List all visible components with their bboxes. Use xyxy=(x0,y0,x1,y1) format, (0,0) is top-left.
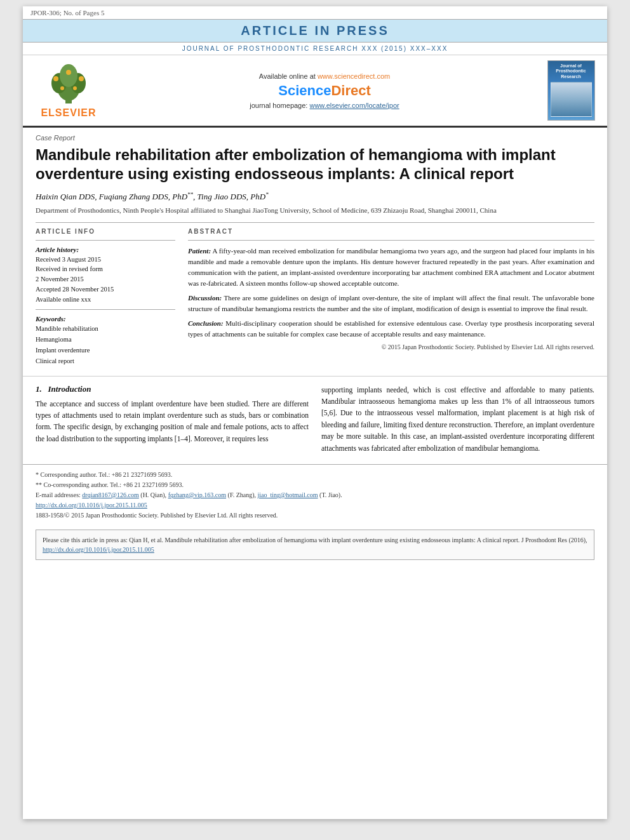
abstract-patient: Patient: A fifty-year-old man received e… xyxy=(188,246,594,289)
body-right-col: supporting implants needed, which is cos… xyxy=(321,384,594,458)
keyword-2: Hemangioma xyxy=(36,335,175,345)
citation-box: Please cite this article in press as: Qi… xyxy=(36,530,594,560)
history-revised-date: 2 November 2015 xyxy=(36,274,175,284)
body-intro-para-right: supporting implants needed, which is cos… xyxy=(321,384,594,454)
center-info: Available online at www.sciencedirect.co… xyxy=(113,60,536,121)
svg-point-9 xyxy=(73,86,77,90)
svg-point-6 xyxy=(79,76,84,81)
body-content: 1. Introduction The acceptance and succe… xyxy=(23,376,607,464)
main-content: Case Report Mandibule rehabilitation aft… xyxy=(23,128,607,373)
email3-name: (T. Jiao). xyxy=(319,491,342,498)
abstract-copyright: © 2015 Japan Prosthodontic Society. Publ… xyxy=(188,343,594,350)
divider-abstract xyxy=(188,240,594,241)
elsevier-brand-text: ELSEVIER xyxy=(41,107,96,119)
svg-point-4 xyxy=(60,64,77,87)
email-label: E-mail addresses: xyxy=(36,491,81,498)
corresponding-footnote: * Corresponding author. Tel.: +86 21 232… xyxy=(36,470,594,480)
history-available-online: Available online xxx xyxy=(36,295,175,305)
email1-name: (H. Qian), xyxy=(140,491,166,498)
citation-text: Qian H, et al. Mandibule rehabilitation … xyxy=(129,537,587,543)
sciencedirect-brand: ScienceDirect xyxy=(278,83,371,99)
article-info-abstract: ARTICLE INFO Article history: Received 3… xyxy=(36,228,594,367)
sd-orange: Direct xyxy=(331,83,370,98)
email-addresses: E-mail addresses: drqian8167@126.com (H.… xyxy=(36,490,594,500)
body-left-col: 1. Introduction The acceptance and succe… xyxy=(36,384,309,458)
abstract-discussion-text: There are some guidelines on design of i… xyxy=(188,294,594,312)
citation-please-label: Please cite this article in press as: xyxy=(43,537,128,543)
email3-link[interactable]: jiao_ting@hotmail.com xyxy=(258,491,318,498)
journal-thumb-title: Journal of Prosthodontic Research xyxy=(551,63,592,79)
abstract-conclusion: Conclusion: Multi-disciplinary cooperati… xyxy=(188,318,594,340)
keyword-3: Implant overdenture xyxy=(36,345,175,356)
article-title: Mandibule rehabilitation after embolizat… xyxy=(36,145,594,183)
history-received: Received 3 August 2015 xyxy=(36,255,175,265)
authors: Haixin Qian DDS, Fuqiang Zhang DDS, PhD*… xyxy=(36,191,594,202)
article-history-label: Article history: xyxy=(36,246,175,253)
article-info-header: ARTICLE INFO xyxy=(36,228,175,235)
top-banner: JPOR-306; No. of Pages 5 xyxy=(23,6,607,20)
abstract-patient-text: A fifty-year-old man received embolizati… xyxy=(188,247,594,287)
keyword-1: Mandible rehabilitation xyxy=(36,324,175,335)
journal-thumbnail: Journal of Prosthodontic Research xyxy=(542,60,600,121)
elsevier-tree-icon xyxy=(40,63,97,106)
svg-point-8 xyxy=(60,86,64,90)
journal-title-line: JOURNAL OF PROSTHODONTIC RESEARCH XXX (2… xyxy=(182,45,448,52)
sd-blue: Science xyxy=(278,83,331,98)
available-online-text: Available online at www.sciencedirect.co… xyxy=(259,72,390,80)
citation-doi-link[interactable]: http://dx.doi.org/10.1016/j.jpor.2015.11… xyxy=(43,546,154,553)
abstract-header: ABSTRACT xyxy=(188,228,594,235)
journal-thumb-box: Journal of Prosthodontic Research xyxy=(547,60,595,121)
divider-info xyxy=(36,240,175,241)
keywords-label: Keywords: xyxy=(36,315,175,323)
history-accepted: Accepted 28 November 2015 xyxy=(36,284,175,295)
journal-ref: JPOR-306; No. of Pages 5 xyxy=(30,9,104,17)
issn-line: 1883-1958/© 2015 Japan Prosthodontic Soc… xyxy=(36,510,594,521)
affiliation: Department of Prosthodontics, Ninth Peop… xyxy=(36,206,594,215)
svg-point-7 xyxy=(66,70,71,75)
section-number: 1. xyxy=(36,384,42,394)
case-report-label: Case Report xyxy=(36,134,594,142)
article-in-press-text: ARTICLE IN PRESS xyxy=(241,23,389,37)
divider-keywords xyxy=(36,309,175,310)
article-info-col: ARTICLE INFO Article history: Received 3… xyxy=(36,228,175,367)
logo-header: ELSEVIER Available online at www.science… xyxy=(23,55,607,128)
journal-homepage: journal homepage: www.elsevier.com/locat… xyxy=(250,102,399,109)
abstract-col: ABSTRACT Patient: A fifty-year-old man r… xyxy=(188,228,594,367)
section-title-text: Introduction xyxy=(48,384,91,394)
abstract-patient-label: Patient: xyxy=(188,247,211,255)
co-corresponding-footnote: ** Co-corresponding author. Tel.: +86 21… xyxy=(36,480,594,490)
keyword-4: Clinical report xyxy=(36,356,175,367)
intro-section-title: 1. Introduction xyxy=(36,384,309,394)
email2-link[interactable]: fqzhang@vip.163.com xyxy=(168,491,226,498)
svg-point-5 xyxy=(53,76,58,81)
sciencedirect-url[interactable]: www.sciencedirect.com xyxy=(318,72,390,80)
doi-line: http://dx.doi.org/10.1016/j.jpor.2015.11… xyxy=(36,500,594,510)
elsevier-logo: ELSEVIER xyxy=(30,60,107,121)
journal-thumb-image xyxy=(551,82,592,117)
email2-name: (F. Zhang), xyxy=(228,491,256,498)
article-in-press-bar: ARTICLE IN PRESS xyxy=(23,20,607,43)
journal-homepage-url[interactable]: www.elsevier.com/locate/jpor xyxy=(309,102,399,109)
abstract-conclusion-text: Multi-disciplinary cooperation should be… xyxy=(188,319,594,338)
email1-link[interactable]: drqian8167@126.com xyxy=(82,491,138,498)
divider-1 xyxy=(36,222,594,223)
history-received-revised: Received in revised form xyxy=(36,264,175,274)
footnotes: * Corresponding author. Tel.: +86 21 232… xyxy=(23,464,607,524)
abstract-conclusion-label: Conclusion: xyxy=(188,319,224,327)
body-intro-para: The acceptance and success of implant ov… xyxy=(36,398,309,445)
doi-link[interactable]: http://dx.doi.org/10.1016/j.jpor.2015.11… xyxy=(36,502,147,509)
abstract-discussion-label: Discussion: xyxy=(188,294,222,302)
abstract-discussion: Discussion: There are some guidelines on… xyxy=(188,293,594,314)
journal-line: JOURNAL OF PROSTHODONTIC RESEARCH XXX (2… xyxy=(23,43,607,55)
